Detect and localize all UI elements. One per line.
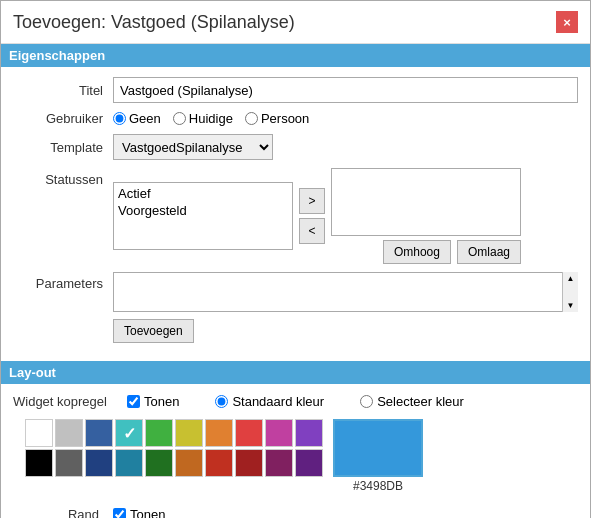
title-bar: Toevoegen: Vastgoed (Spilanalyse) × [1,1,590,44]
template-select[interactable]: VastgoedSpilanalyse [113,134,273,160]
selected-color-display: #3498DB [333,419,423,493]
color-cell[interactable] [295,419,323,447]
rand-tonen-checkbox[interactable] [113,508,126,518]
tonen-checkbox[interactable] [127,395,140,408]
standaard-kleur-radio[interactable] [215,395,228,408]
arrow-right-button[interactable]: > [299,188,325,214]
color-cell[interactable] [85,449,113,477]
color-cell[interactable] [115,449,143,477]
parameters-row: Parameters ▲ ▼ Toevoegen [13,272,578,343]
template-row: Template VastgoedSpilanalyse [13,134,578,160]
selecteer-kleur-label: Selecteer kleur [377,394,464,409]
dialog: Toevoegen: Vastgoed (Spilanalyse) × Eige… [0,0,591,518]
gebruiker-radio-group: Geen Huidige Persoon [113,111,309,126]
parameters-right: ▲ ▼ Toevoegen [113,272,578,343]
widget-row: Widget kopregel Tonen Standaard kleur Se… [13,394,578,409]
color-cell[interactable] [55,449,83,477]
color-palette-area: #3498DB [13,419,578,503]
titel-label: Titel [13,83,113,98]
radio-huidige[interactable]: Huidige [173,111,233,126]
selecteer-kleur-radio[interactable] [360,395,373,408]
palette-grid-wrapper [25,419,323,477]
color-cell[interactable] [145,449,173,477]
scroll-up-icon: ▲ [567,274,575,283]
color-cell[interactable] [295,449,323,477]
radio-geen-input[interactable] [113,112,126,125]
eigenschappen-body: Titel Gebruiker Geen Huidige Persoon [1,67,590,361]
rand-label: Rand [25,507,105,518]
color-cell[interactable] [265,449,293,477]
color-cell[interactable] [235,419,263,447]
statussen-controls: Actief Voorgesteld > < Omhoog Omlaag [113,168,521,264]
rand-tonen-label: Tonen [130,507,165,518]
color-cell[interactable] [175,449,203,477]
color-cell[interactable] [25,419,53,447]
color-cell[interactable] [265,419,293,447]
list-item[interactable]: Voorgesteld [118,202,288,219]
color-cell[interactable] [235,449,263,477]
tonen-label: Tonen [144,394,179,409]
rand-tonen-checkbox-label[interactable]: Tonen [113,507,165,518]
layout-header: Lay-out [1,361,590,384]
widget-kopregel-label: Widget kopregel [13,394,107,409]
arrow-left-button[interactable]: < [299,218,325,244]
color-cell-selected[interactable] [115,419,143,447]
color-cell[interactable] [55,419,83,447]
statussen-left-list[interactable]: Actief Voorgesteld [113,182,293,250]
radio-huidige-label: Huidige [189,111,233,126]
radio-persoon[interactable]: Persoon [245,111,309,126]
omhoog-button[interactable]: Omhoog [383,240,451,264]
toevoegen-button[interactable]: Toevoegen [113,319,194,343]
params-wrapper: ▲ ▼ [113,272,578,315]
selecteer-kleur-group: Selecteer kleur [360,394,464,409]
radio-huidige-input[interactable] [173,112,186,125]
statussen-row: Statussen Actief Voorgesteld > < Omhoog … [13,168,578,264]
params-scrollbar: ▲ ▼ [562,272,578,312]
color-cell[interactable] [85,419,113,447]
parameters-input[interactable] [113,272,578,312]
selected-color-hex: #3498DB [333,479,423,493]
gebruiker-label: Gebruiker [13,111,113,126]
statussen-right-area: Omhoog Omlaag [331,168,521,264]
layout-body: Widget kopregel Tonen Standaard kleur Se… [1,384,590,518]
arrow-buttons: > < [299,188,325,244]
list-item[interactable]: Actief [118,185,288,202]
radio-persoon-label: Persoon [261,111,309,126]
tonen-checkbox-label[interactable]: Tonen [127,394,179,409]
standaard-kleur-label: Standaard kleur [232,394,324,409]
radio-geen[interactable]: Geen [113,111,161,126]
close-button[interactable]: × [556,11,578,33]
radio-persoon-input[interactable] [245,112,258,125]
dialog-title: Toevoegen: Vastgoed (Spilanalyse) [13,12,295,33]
statussen-label: Statussen [13,168,113,187]
titel-input[interactable] [113,77,578,103]
color-cell[interactable] [205,419,233,447]
gebruiker-row: Gebruiker Geen Huidige Persoon [13,111,578,126]
template-label: Template [13,140,113,155]
color-cell[interactable] [25,449,53,477]
palette-grid [25,419,323,477]
eigenschappen-header: Eigenschappen [1,44,590,67]
color-cell[interactable] [175,419,203,447]
selected-color-box[interactable] [333,419,423,477]
color-cell[interactable] [205,449,233,477]
rand-row: Rand Tonen [13,503,578,518]
parameters-label: Parameters [13,272,113,291]
scroll-down-icon: ▼ [567,301,575,310]
radio-geen-label: Geen [129,111,161,126]
statussen-right-list[interactable] [331,168,521,236]
titel-row: Titel [13,77,578,103]
color-cell[interactable] [145,419,173,447]
standaard-kleur-group: Standaard kleur [215,394,324,409]
omlaag-button[interactable]: Omlaag [457,240,521,264]
omhoog-omlaag-buttons: Omhoog Omlaag [331,240,521,264]
